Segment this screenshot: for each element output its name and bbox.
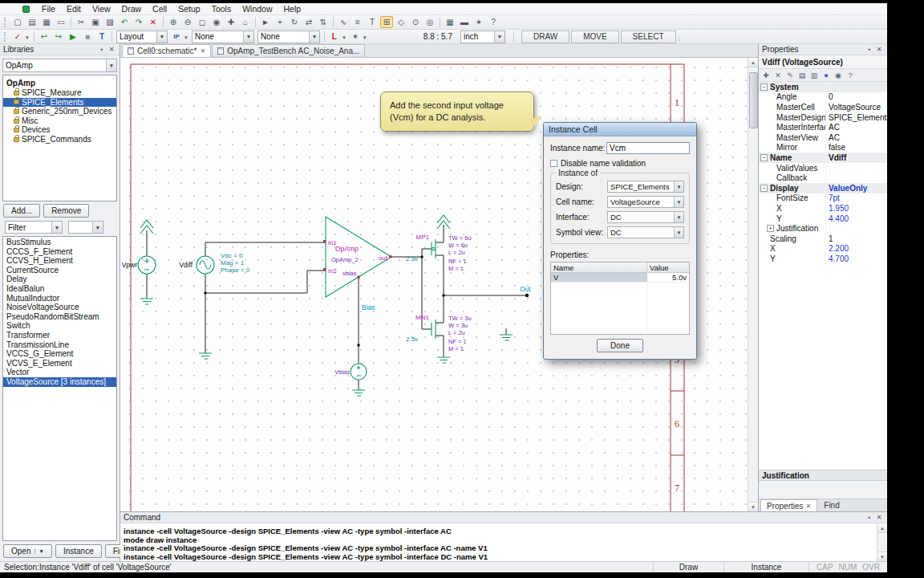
- chevron-down-icon[interactable]: ▼: [34, 548, 43, 554]
- ground-symbol[interactable]: [500, 335, 513, 340]
- add-property-icon[interactable]: ✚: [760, 70, 772, 80]
- toolbar-grip[interactable]: [4, 32, 6, 42]
- menu-item[interactable]: Help: [278, 3, 307, 15]
- done-button[interactable]: Done: [597, 339, 643, 352]
- instance-tool-icon[interactable]: ⊞: [380, 16, 393, 28]
- pin-icon[interactable]: ▪: [865, 45, 874, 54]
- layer-icon[interactable]: L: [328, 31, 341, 43]
- mn1-transistor[interactable]: MN1 TW = 3u W = 3u L = 2u NF = 1 M = 1 2…: [406, 314, 472, 363]
- property-row[interactable]: MasterView AC: [759, 132, 887, 143]
- expand-icon[interactable]: −: [760, 185, 768, 192]
- add-library-button[interactable]: Add...: [3, 204, 40, 218]
- cell-list-item[interactable]: Switch: [3, 321, 116, 331]
- schematic-canvas[interactable]: 1 2 3 4 5 6 7: [120, 58, 758, 511]
- port-tool-icon[interactable]: ⊙: [409, 16, 422, 28]
- open-icon[interactable]: ▤: [26, 16, 38, 28]
- menu-item[interactable]: Cell: [147, 3, 172, 15]
- move-tool-icon[interactable]: +: [274, 16, 286, 28]
- expand-icon[interactable]: −: [760, 83, 768, 91]
- property-row[interactable]: MasterDesign SPICE_Elements: [759, 112, 887, 123]
- wire-tool-icon[interactable]: ∿: [337, 16, 350, 28]
- property-row[interactable]: MasterInterface AC: [759, 122, 887, 132]
- select-tool-icon[interactable]: ►: [259, 16, 272, 28]
- scroll-down-icon[interactable]: ▼: [877, 552, 888, 561]
- forward-icon[interactable]: ↪: [52, 31, 65, 43]
- view-list-icon[interactable]: ▥: [808, 70, 820, 80]
- help-icon[interactable]: ?: [487, 16, 500, 28]
- menu-item[interactable]: Draw: [116, 3, 148, 15]
- net-style-combo[interactable]: None▼: [257, 31, 320, 43]
- library-tree-item[interactable]: SPICE_Elements: [3, 98, 116, 108]
- justification-section-header[interactable]: Justification: [759, 470, 887, 481]
- vdiff-source[interactable]: Vdiff Vdc = 0 Mag = 1 Phase = 0: [179, 252, 250, 359]
- document-tab[interactable]: Cell0:schematic* ✕: [122, 44, 211, 57]
- library-design-combo[interactable]: OpAmp ▼: [2, 59, 117, 72]
- command-log[interactable]: instance -cell VoltageSource -design SPI…: [120, 523, 887, 561]
- new-icon[interactable]: ▢: [11, 16, 24, 28]
- pin-icon[interactable]: ▪: [97, 45, 107, 54]
- cell-list-item[interactable]: CCVS_H_Element: [3, 256, 116, 266]
- close-icon[interactable]: ✕: [874, 513, 884, 522]
- chevron-down-icon[interactable]: ▼: [184, 35, 188, 40]
- column-header[interactable]: Name: [551, 263, 647, 272]
- home-view-icon[interactable]: ⌂: [239, 16, 252, 28]
- property-row[interactable]: − Display ValueOnly: [759, 183, 887, 193]
- toolbar-grip[interactable]: [4, 18, 6, 27]
- zoom-area-icon[interactable]: ◉: [210, 16, 223, 28]
- table-row[interactable]: V 5.0v: [551, 273, 689, 283]
- zoom-out-icon[interactable]: ⊖: [181, 16, 194, 28]
- expand-icon[interactable]: +: [767, 225, 774, 232]
- library-tree-root[interactable]: OpAmp: [3, 77, 116, 88]
- chevron-down-icon[interactable]: ▼: [342, 35, 346, 40]
- remove-library-button[interactable]: Remove: [43, 204, 89, 218]
- close-icon[interactable]: ✕: [107, 45, 116, 54]
- dialog-title-bar[interactable]: Instance Cell: [544, 123, 696, 136]
- text-tool-icon[interactable]: T: [366, 16, 379, 28]
- undo-icon[interactable]: ↶: [118, 16, 131, 28]
- save-icon[interactable]: ▦: [40, 16, 53, 28]
- toolbar-separator[interactable]: [333, 17, 334, 27]
- close-tab-icon[interactable]: ✕: [806, 503, 812, 510]
- instance-name-input[interactable]: [606, 142, 690, 154]
- toolbar-separator[interactable]: [255, 17, 256, 27]
- filter-combo[interactable]: Filter▼: [5, 221, 63, 234]
- help-icon[interactable]: ?: [845, 70, 856, 80]
- vbias-source[interactable]: Vbias: [334, 364, 367, 396]
- instance-button[interactable]: Instance: [55, 544, 102, 558]
- toolbar-overflow-icon[interactable]: ⋮: [677, 35, 682, 41]
- property-row[interactable]: Mirror false: [759, 143, 887, 153]
- delete-icon[interactable]: ✕: [147, 16, 160, 28]
- pan-icon[interactable]: ✚: [225, 16, 237, 28]
- units-combo[interactable]: inch▼: [460, 31, 505, 43]
- symbol-style-combo[interactable]: None▼: [192, 31, 254, 43]
- panel-tab[interactable]: Find ✕: [818, 499, 845, 511]
- menu-item[interactable]: View: [87, 3, 116, 15]
- menu-item[interactable]: Tools: [206, 3, 237, 15]
- delete-property-icon[interactable]: ✕: [772, 70, 784, 80]
- paste-icon[interactable]: ▨: [103, 16, 116, 28]
- toolbar-separator[interactable]: [163, 17, 164, 27]
- document-tab[interactable]: OpAmp_TestBench AC_Noise_Ana... ✕: [212, 44, 365, 57]
- cell-list-item[interactable]: TransmissionLine: [3, 340, 116, 350]
- zoom-in-icon[interactable]: ⊕: [167, 16, 180, 28]
- property-row[interactable]: − Name Vdiff: [759, 153, 887, 163]
- property-row[interactable]: Angle 0: [759, 92, 887, 103]
- chevron-down-icon[interactable]: ▼: [25, 35, 30, 40]
- close-icon[interactable]: ✕: [874, 45, 884, 54]
- canvas-vertical-scrollbar[interactable]: ▲ ▼: [748, 58, 758, 511]
- net-label[interactable]: Bias: [362, 303, 375, 311]
- pin-icon[interactable]: ▪: [865, 513, 874, 522]
- cell-list-item[interactable]: VCVS_E_Element: [3, 359, 116, 368]
- column-header[interactable]: Value: [647, 263, 689, 272]
- library-tree-item[interactable]: SPICE_Commands: [3, 135, 116, 144]
- cut-icon[interactable]: ✂: [75, 16, 87, 28]
- property-row[interactable]: Scaling 1: [759, 234, 887, 244]
- menu-item[interactable]: File: [36, 3, 61, 15]
- symbol-tool-icon[interactable]: ◇: [395, 16, 407, 28]
- run-simulation-icon[interactable]: ▶: [67, 31, 79, 43]
- property-row[interactable]: Y 4.700: [759, 254, 887, 264]
- cell-list-item[interactable]: Transformer: [3, 331, 116, 340]
- property-row[interactable]: ValidValues: [759, 163, 887, 173]
- scroll-down-icon[interactable]: ▼: [748, 502, 759, 511]
- property-row[interactable]: X 1.950: [759, 203, 887, 214]
